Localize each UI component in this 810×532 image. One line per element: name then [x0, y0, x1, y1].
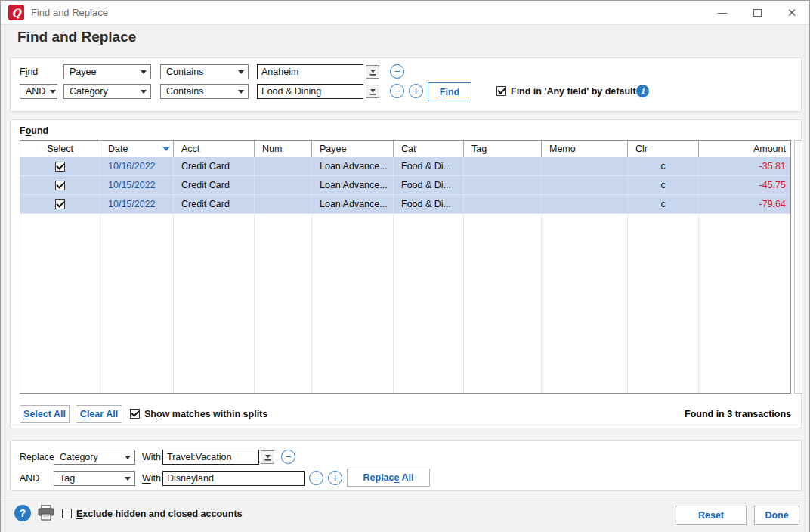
help-icon[interactable]: ?: [14, 505, 31, 521]
row-date-cell: 10/16/2022: [100, 157, 174, 175]
minus-icon: −: [394, 85, 400, 97]
table-header-row: Select Date Acct Num Payee Cat Tag Memo …: [20, 141, 790, 157]
row-tag-cell: [464, 195, 542, 213]
row-cat-cell: Food & Di...: [394, 195, 464, 213]
row-payee-cell: Loan Advance...: [312, 176, 394, 194]
reset-button[interactable]: Reset: [676, 506, 747, 525]
add-find-row-button[interactable]: +: [409, 84, 423, 98]
replace-label: Replace: [20, 452, 54, 462]
printer-icon: [37, 505, 55, 521]
chevron-down-icon: [125, 456, 131, 459]
find-value-input-1[interactable]: [257, 64, 363, 79]
replace-field-select-2[interactable]: Tag: [54, 471, 135, 486]
column-header-select[interactable]: Select: [20, 141, 100, 157]
remove-replace-row-2-button[interactable]: −: [309, 471, 323, 485]
maximize-icon: [753, 9, 762, 17]
print-button[interactable]: [37, 505, 55, 521]
column-header-acct[interactable]: Acct: [174, 141, 255, 157]
find-button[interactable]: Find: [428, 82, 471, 101]
minus-icon: −: [285, 450, 291, 462]
replace-value-input-2[interactable]: [162, 471, 305, 486]
minimize-button[interactable]: —: [705, 1, 740, 24]
done-button[interactable]: Done: [754, 506, 799, 525]
window-controls: — ✕: [705, 1, 809, 24]
find-field-select-1[interactable]: Payee: [63, 64, 151, 79]
row-payee-cell: Loan Advance...: [312, 157, 394, 175]
column-header-tag[interactable]: Tag: [464, 141, 542, 157]
row-tag-cell: [464, 176, 542, 194]
row-checkbox[interactable]: [55, 181, 65, 190]
row-cat-cell: Food & Di...: [394, 157, 464, 175]
table-row[interactable]: 10/15/2022 Credit Card Loan Advance... F…: [20, 176, 790, 195]
minus-icon: −: [394, 65, 400, 77]
list-picker-button-3[interactable]: [261, 450, 274, 464]
row-checkbox[interactable]: [55, 200, 65, 209]
table-scrollbar[interactable]: [794, 140, 802, 394]
find-field-select-2[interactable]: Category: [63, 84, 151, 99]
remove-find-row-2-button[interactable]: −: [390, 84, 404, 98]
find-section: Find Payee Contains − AND Category Conta…: [10, 57, 802, 112]
window-title: Find and Replace: [31, 7, 108, 18]
exclude-accounts-checkbox[interactable]: [62, 509, 72, 518]
column-header-num[interactable]: Num: [255, 141, 312, 157]
column-header-cat[interactable]: Cat: [394, 141, 464, 157]
chevron-down-icon: [238, 90, 244, 94]
list-picker-button-2[interactable]: [366, 85, 379, 98]
find-value-input-2[interactable]: [257, 84, 363, 99]
column-header-date[interactable]: Date: [100, 141, 174, 157]
table-row[interactable]: 10/16/2022 Credit Card Loan Advance... F…: [20, 157, 790, 176]
row-memo-cell: [542, 195, 628, 213]
replace-field-select-1[interactable]: Category: [54, 450, 135, 465]
maximize-button[interactable]: [740, 1, 774, 24]
row-amount-cell: -79.64: [699, 195, 790, 213]
list-picker-icon: [369, 68, 377, 76]
quicken-logo-icon: Q: [8, 5, 24, 20]
minimize-icon: —: [718, 7, 728, 18]
info-icon[interactable]: i: [636, 85, 649, 97]
row-num-cell: [255, 195, 312, 213]
with-label-1: With: [142, 452, 161, 462]
replace-value-input-1[interactable]: [162, 450, 259, 465]
column-header-payee[interactable]: Payee: [312, 141, 394, 157]
column-header-amount[interactable]: Amount: [699, 141, 790, 157]
replace-and-label: AND: [20, 473, 39, 484]
column-header-clr[interactable]: Clr: [628, 141, 699, 157]
column-header-memo[interactable]: Memo: [542, 141, 628, 157]
show-splits-checkbox[interactable]: [130, 409, 140, 419]
row-acct-cell: Credit Card: [174, 157, 255, 175]
row-clr-cell: c: [628, 195, 699, 213]
row-checkbox[interactable]: [55, 162, 65, 172]
sort-descending-icon: [162, 147, 170, 151]
find-operator-select-2[interactable]: Contains: [160, 84, 249, 99]
results-table: Select Date Acct Num Payee Cat Tag Memo …: [20, 140, 791, 394]
find-replace-dialog: Q Find and Replace — ✕ Find and Replace …: [0, 0, 810, 532]
any-field-checkbox-label: Find in 'Any field' by default: [511, 86, 636, 97]
select-all-button[interactable]: Select All: [20, 405, 70, 423]
row-clr-cell: c: [628, 157, 699, 175]
clear-all-button[interactable]: Clear All: [76, 405, 122, 423]
row-num-cell: [255, 176, 312, 194]
replace-section: Replace Category With − AND Tag With − +…: [10, 440, 802, 491]
row-select-cell: [20, 176, 100, 194]
list-picker-button-1[interactable]: [366, 65, 379, 79]
chevron-down-icon: [238, 70, 244, 74]
row-date-cell: 10/15/2022: [100, 176, 174, 194]
replace-all-button[interactable]: Replace All: [347, 469, 430, 487]
minus-icon: −: [313, 472, 319, 484]
any-field-checkbox[interactable]: [496, 86, 506, 96]
list-picker-icon: [264, 453, 272, 462]
row-select-cell: [20, 157, 100, 175]
add-replace-row-button[interactable]: +: [328, 471, 342, 485]
find-connector-select[interactable]: AND: [20, 84, 57, 99]
table-row[interactable]: 10/15/2022 Credit Card Loan Advance... F…: [20, 195, 790, 214]
close-button[interactable]: ✕: [774, 1, 809, 24]
find-operator-select-1[interactable]: Contains: [160, 64, 249, 79]
row-cat-cell: Food & Di...: [394, 176, 464, 194]
row-amount-cell: -45.75: [699, 176, 790, 194]
row-acct-cell: Credit Card: [174, 176, 255, 194]
remove-replace-row-1-button[interactable]: −: [281, 450, 295, 464]
row-amount-cell: -35.81: [699, 157, 790, 175]
plus-icon: +: [332, 472, 338, 484]
chevron-down-icon: [141, 70, 147, 74]
remove-find-row-1-button[interactable]: −: [390, 64, 404, 79]
